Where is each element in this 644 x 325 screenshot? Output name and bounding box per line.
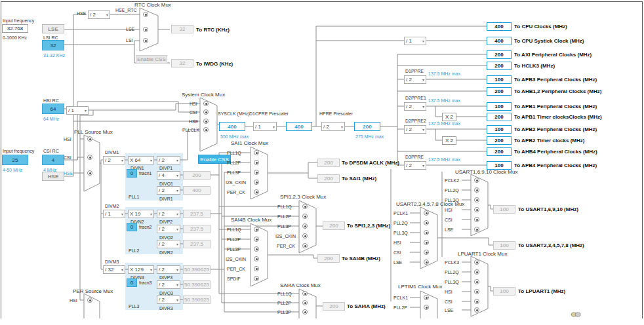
sai4b-mux-radio-pll2p[interactable] — [254, 237, 259, 242]
rtc-mux-radio-lse[interactable] — [143, 27, 148, 32]
sys-mux-radio-hse[interactable] — [203, 119, 209, 124]
sys-mux-radio-csi[interactable] — [203, 109, 209, 115]
divr3-dropdown[interactable]: / 2▾ — [157, 296, 180, 304]
to-apb2-timer-label: To APB2 Timer clocks (MHz) — [514, 138, 584, 143]
divn1-dropdown[interactable]: X 64▾ — [128, 156, 154, 164]
fracn1-value-box[interactable]: 0 — [127, 169, 137, 178]
lpuart1-mux-radio-pclk3[interactable] — [474, 259, 479, 265]
lptim1-mux-radio-pll2p[interactable] — [424, 305, 429, 310]
divm2-dropdown[interactable]: / 1▾ — [103, 210, 125, 218]
lpuart1-mux-radio-pll2q[interactable] — [474, 269, 479, 275]
lpuart1-mux-radio-hsi[interactable] — [474, 289, 479, 294]
sai4a-clock-mux-title: SAI4A Clock Mux — [280, 282, 321, 288]
usart2-mux-radio-pclk1[interactable] — [424, 210, 429, 216]
hsi-rc-label: HSI RC — [43, 98, 59, 104]
sai1-mux-radio-pll3p[interactable] — [254, 170, 259, 175]
pll-mux-radio-hse[interactable] — [87, 170, 92, 176]
lpuart1-mux-radio-pll3q[interactable] — [474, 279, 479, 284]
lpuart1-mux-radio-lse[interactable] — [474, 307, 479, 313]
lpuart1-mux-radio-csi[interactable] — [474, 299, 479, 304]
sai4a-mux-radio-pll3p[interactable] — [302, 309, 308, 315]
spi123-mux-radio-pll3p[interactable] — [302, 223, 308, 229]
lse-input-frequency-field[interactable]: 32.768 — [2, 24, 28, 33]
usart2-mux-radio-lse[interactable] — [424, 259, 429, 265]
hsi-divider-dropdown[interactable]: / 1▾ — [66, 106, 89, 115]
sai4b-mux-radio-pll3p[interactable] — [254, 246, 259, 252]
fracn3-value-box[interactable]: 0 — [127, 278, 137, 287]
systick-divider-dropdown[interactable]: / 1▾ — [404, 37, 426, 45]
sai1-mux-radio-per-ck[interactable] — [254, 189, 259, 195]
spi123-mux-radio-i2s-ckin[interactable] — [302, 233, 308, 239]
sai4b-mux-radio-pll1q[interactable] — [254, 227, 259, 232]
hsi-value-box[interactable]: 64 — [42, 104, 64, 114]
d2ppre2-dropdown[interactable]: / 2▾ — [404, 125, 426, 134]
hse-input-frequency-field[interactable]: 25 — [2, 155, 28, 165]
hsi-range-label: 64 MHz — [43, 116, 59, 122]
usart2-mux-radio-pll2q[interactable] — [424, 220, 429, 225]
d1cpre-dropdown[interactable]: / 1▾ — [253, 122, 277, 131]
sai1-mux-radio-pll1q[interactable] — [254, 150, 259, 155]
to-cpu-clocks-label: To CPU Clocks (MHz) — [514, 24, 567, 29]
spi123-mux-radio-per-ck[interactable] — [302, 243, 308, 248]
to-sai1-label: To SAI1 (MHz) — [342, 176, 376, 182]
lse-range-label: 0-1000 KHz — [3, 35, 27, 41]
usart2-mux-radio-pll3q[interactable] — [424, 230, 429, 235]
usart1-mux-radio-pll2q[interactable] — [474, 187, 479, 193]
usart1-mux-radio-lse[interactable] — [474, 227, 479, 232]
per-mux-radio-hsi[interactable] — [87, 297, 92, 303]
sai4b-mux-radio-spdif[interactable] — [254, 276, 259, 281]
enable-css-button[interactable]: Enable CSS — [198, 155, 231, 164]
d2ppre1-max-label: 137.5 MHz max — [428, 98, 460, 104]
d1ppre-dropdown[interactable]: / 2▾ — [404, 75, 426, 84]
lptim1-mux-radio-pclk1[interactable] — [424, 295, 429, 300]
divq1-dropdown[interactable]: / 4▾ — [157, 171, 180, 180]
sys-mux-radio-pllclk[interactable] — [203, 127, 209, 132]
usart2-mux-radio-hsi[interactable] — [424, 240, 429, 245]
to-dfsdm-aclk-label: To DFSDM ACLK (MHz) — [342, 160, 399, 166]
sai4a-mux-radio-pll1q[interactable] — [302, 291, 308, 296]
usart1-mux-radio-pclk2[interactable] — [474, 178, 479, 183]
lsi-value-box[interactable]: 32 — [42, 40, 64, 50]
d2ppre1-dropdown[interactable]: / 2▾ — [404, 102, 426, 111]
rtc-mux-radio-hse[interactable] — [143, 12, 148, 17]
usart2-mux-radio-csi[interactable] — [424, 250, 429, 255]
rtc-hse-prescaler-dropdown[interactable]: / 2▾ — [88, 10, 110, 19]
usart1-mux-radio-pll3q[interactable] — [474, 197, 479, 202]
d3ppre-dropdown[interactable]: / 2▾ — [404, 161, 426, 170]
spi123-mux-radio-pll2p[interactable] — [302, 214, 308, 219]
divp3-dropdown[interactable]: / 2▾ — [157, 265, 180, 274]
spi123-input-pll3p: PLL3P — [277, 223, 291, 229]
dfsdm-aclk-value: 200 — [317, 159, 340, 167]
csi-value-box[interactable]: 4 — [42, 155, 64, 165]
fracn2-value-box[interactable]: 0 — [127, 223, 137, 231]
canvas-corner-icon — [571, 311, 581, 318]
divm3-dropdown[interactable]: / 32▾ — [103, 265, 125, 274]
sai1-mux-radio-pll2p[interactable] — [254, 160, 259, 165]
spi123-mux-radio-pll1q[interactable] — [302, 204, 308, 209]
divr1-dropdown[interactable]: / 2▾ — [157, 186, 180, 195]
divr2-dropdown[interactable]: / 2▾ — [157, 240, 180, 248]
divp2-dropdown[interactable]: / 2▾ — [157, 210, 180, 218]
usart1-mux-radio-hsi[interactable] — [474, 207, 479, 212]
hpre-dropdown[interactable]: / 2▾ — [321, 122, 345, 131]
rtc-mux-radio-lsi[interactable] — [143, 38, 148, 43]
sai4b-mux-radio-per-ck[interactable] — [254, 266, 259, 271]
sai1-input-pll3p: PLL3P — [227, 170, 241, 176]
divn3-dropdown[interactable]: X 129▾ — [128, 265, 154, 274]
pll-mux-radio-csi[interactable] — [87, 155, 92, 160]
to-ahb4-label: To AHB4 Peripheral Clocks (MHz) — [514, 149, 597, 155]
rtc-clock-value: 32 — [171, 25, 193, 33]
sys-mux-radio-hsi[interactable] — [203, 101, 209, 106]
sys-csi-label: CSI — [190, 109, 197, 115]
pll-source-mux-title: PLL Source Mux — [74, 129, 113, 135]
divn2-dropdown[interactable]: X 19▾ — [128, 210, 154, 218]
divp1-dropdown[interactable]: / 2▾ — [157, 156, 180, 164]
pll-mux-radio-hsi[interactable] — [87, 136, 92, 142]
sai4a-mux-radio-pll2p[interactable] — [302, 300, 308, 305]
usart1-mux-radio-csi[interactable] — [474, 217, 479, 222]
divq2-dropdown[interactable]: / 2▾ — [157, 225, 180, 233]
divm1-dropdown[interactable]: / 2▾ — [103, 156, 125, 164]
sai4b-mux-radio-i2s-ckin[interactable] — [254, 256, 259, 261]
sai1-mux-radio-i2s-ckin[interactable] — [254, 180, 259, 185]
divq3-dropdown[interactable]: / 2▾ — [157, 280, 180, 289]
